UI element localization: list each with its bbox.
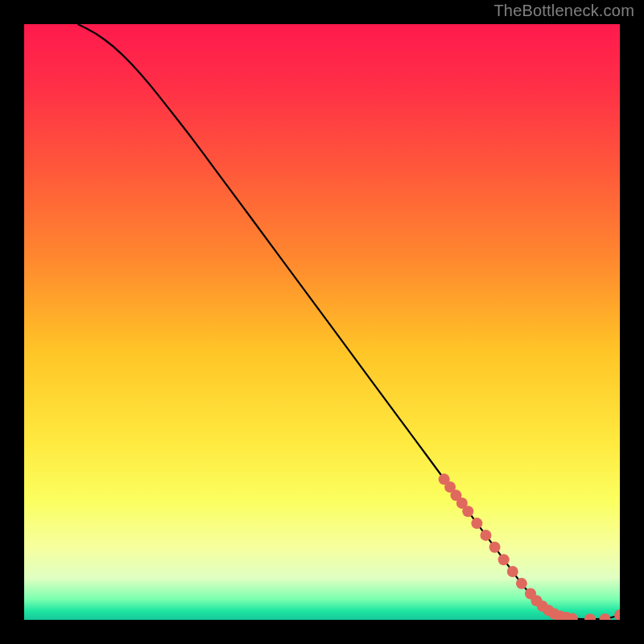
plot-area [24,24,620,620]
data-marker [584,613,596,620]
data-marker [614,609,620,620]
data-marker [462,506,473,517]
data-marker [507,566,518,577]
chart-frame: TheBottleneck.com [0,0,644,644]
data-marker [498,554,510,565]
data-marker [481,530,492,541]
data-overlay [24,24,620,620]
curve-line [78,24,620,619]
watermark-text: TheBottleneck.com [493,2,634,20]
marker-group [439,473,620,620]
data-marker [471,518,482,529]
data-marker [516,578,527,589]
data-marker [600,613,611,620]
data-marker [489,542,501,553]
